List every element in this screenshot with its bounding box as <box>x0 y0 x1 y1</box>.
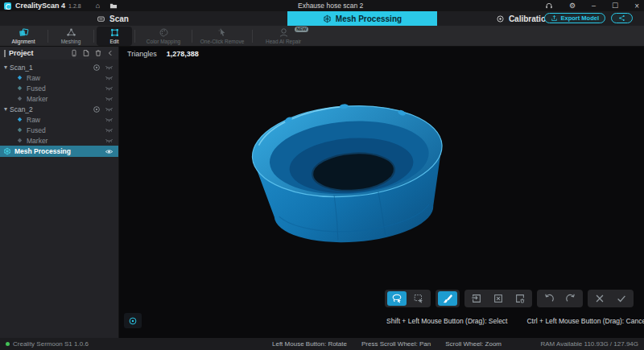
ram-status: RAM Available 110.93G / 127.94G <box>540 338 638 350</box>
tree-row-fused-1[interactable]: Fused <box>0 83 118 93</box>
eye-off-icon[interactable] <box>105 105 114 113</box>
triangles-label: Triangles <box>127 50 157 58</box>
export-model-label: Export Model <box>560 14 599 22</box>
support-headset-button[interactable] <box>545 2 553 10</box>
edit-icon <box>109 27 120 38</box>
rescan-icon[interactable] <box>93 105 101 113</box>
eye-off-icon[interactable] <box>105 136 114 145</box>
lasso-select-button[interactable] <box>387 291 407 306</box>
home-button[interactable]: ⌂ <box>96 2 100 10</box>
window-controls: ⚙ – ☐ × <box>545 0 639 11</box>
undo-button[interactable] <box>539 291 559 306</box>
color-mapping-label: Color Mapping <box>147 39 180 44</box>
project-header: Project <box>0 47 118 60</box>
meshing-button[interactable]: Meshing <box>51 27 91 46</box>
raw-item-icon <box>16 116 23 123</box>
eye-off-icon[interactable] <box>105 84 114 93</box>
tree-row-marker-1[interactable]: Marker <box>0 93 118 104</box>
marker-item-icon <box>16 95 23 102</box>
head-ai-repair-button[interactable]: NEW Head AI Repair <box>255 27 312 46</box>
title-bar: CrealityScan 4 1.2.8 ⌂ Exhause hose scan… <box>0 0 644 11</box>
rescan-icon[interactable] <box>93 64 101 72</box>
alignment-icon <box>19 27 29 38</box>
close-button[interactable]: × <box>634 2 639 10</box>
open-project-button[interactable] <box>109 2 118 10</box>
ribbon-separator <box>93 30 94 43</box>
edit-button[interactable]: Edit <box>97 27 132 46</box>
cancel-edit-button[interactable] <box>590 291 609 306</box>
rectangle-select-button[interactable] <box>409 291 428 306</box>
tab-scan[interactable]: Scan <box>76 11 149 26</box>
cancel-hint: Ctrl + Left Mouse Button (Drag): Cancel <box>526 317 644 325</box>
color-mapping-icon <box>159 27 169 38</box>
raw-item-icon <box>16 74 23 81</box>
export-file-icon[interactable] <box>82 49 90 57</box>
tree-row-scan-1[interactable]: ▾ Scan_1 <box>0 62 118 72</box>
eye-off-icon[interactable] <box>105 126 114 134</box>
eye-off-icon[interactable] <box>105 73 114 82</box>
head-ai-repair-icon <box>279 27 289 38</box>
document-title: Exhause hose scan 2 <box>298 2 363 10</box>
confirm-edit-button[interactable] <box>612 291 631 306</box>
app-version: 1.2.8 <box>68 3 81 9</box>
one-click-remove-button[interactable]: One-Click Remove <box>195 27 250 46</box>
app-logo-icon <box>4 2 11 10</box>
device-status: Creality Sermoon S1 1.0.6 <box>6 338 89 350</box>
tab-mesh-processing-label: Mesh Processing <box>336 14 402 23</box>
brush-select-button[interactable] <box>438 291 457 306</box>
invert-selection-button[interactable] <box>467 291 486 306</box>
tree-row-raw-1[interactable]: Raw <box>0 72 118 83</box>
new-badge: NEW <box>295 27 308 32</box>
ribbon-toolbar: Alignment Meshing Edit Color Mapping One… <box>0 26 644 47</box>
fused-item-icon <box>16 126 23 134</box>
one-click-remove-icon <box>217 27 228 38</box>
tree-row-mesh-processing[interactable]: Mesh Processing <box>0 146 118 157</box>
eye-on-icon[interactable] <box>105 147 114 156</box>
ram-available: RAM Available 110.93G / 127.94G <box>540 340 638 348</box>
alignment-button[interactable]: Alignment <box>2 27 45 46</box>
caret-down-icon[interactable]: ▾ <box>2 64 10 71</box>
tab-mesh-processing[interactable]: Mesh Processing <box>287 11 437 26</box>
history-group <box>537 290 583 307</box>
alignment-label: Alignment <box>12 39 35 44</box>
eye-off-icon[interactable] <box>105 94 114 103</box>
head-ai-repair-label: Head AI Repair <box>266 39 301 44</box>
eye-off-icon[interactable] <box>105 63 114 72</box>
mouse-hints: Left Mouse Button: Rotate Press Scroll W… <box>272 338 502 350</box>
maximize-button[interactable]: ☐ <box>612 2 618 10</box>
crealityscan-app: CrealityScan 4 1.2.8 ⌂ Exhause hose scan… <box>0 0 644 350</box>
meshing-label: Meshing <box>61 39 81 44</box>
collapse-sidebar-icon[interactable] <box>106 49 114 57</box>
viewport-3d[interactable]: Triangles 1,278,388 <box>119 47 644 338</box>
delete-selection-button[interactable] <box>510 291 530 306</box>
tree-row-scan-2[interactable]: ▾ Scan_2 <box>0 104 118 114</box>
fused-item-icon <box>16 84 23 92</box>
tree-row-raw-2[interactable]: Raw <box>0 114 118 125</box>
eye-off-icon[interactable] <box>105 115 114 124</box>
export-model-button[interactable]: Export Model <box>544 13 605 23</box>
device-icon[interactable] <box>70 49 78 57</box>
settings-gear-button[interactable]: ⚙ <box>569 2 576 10</box>
trash-icon[interactable] <box>94 49 102 57</box>
mesh-processing-icon <box>3 147 11 155</box>
clear-selection-button[interactable] <box>489 291 508 306</box>
caret-down-icon[interactable]: ▾ <box>2 105 10 113</box>
recenter-view-button[interactable] <box>124 313 142 328</box>
one-click-remove-label: One-Click Remove <box>200 39 245 44</box>
tree-row-marker-2[interactable]: Marker <box>0 135 118 146</box>
edit-tools-toolbar <box>385 290 634 307</box>
minimize-button[interactable]: – <box>592 2 596 10</box>
ribbon-separator <box>47 30 48 43</box>
share-button[interactable] <box>611 13 633 23</box>
redo-button[interactable] <box>561 291 580 306</box>
selection-action-group <box>464 290 532 307</box>
color-mapping-button[interactable]: Color Mapping <box>138 27 189 46</box>
connection-status-dot <box>6 342 10 346</box>
project-title: Project <box>9 49 34 57</box>
app-name: CrealityScan 4 <box>15 2 65 10</box>
ribbon-separator <box>192 30 192 43</box>
ribbon-separator <box>252 30 253 43</box>
tree-row-fused-2[interactable]: Fused <box>0 125 118 135</box>
scanned-mesh-model <box>248 91 449 248</box>
ribbon-separator <box>134 30 135 43</box>
